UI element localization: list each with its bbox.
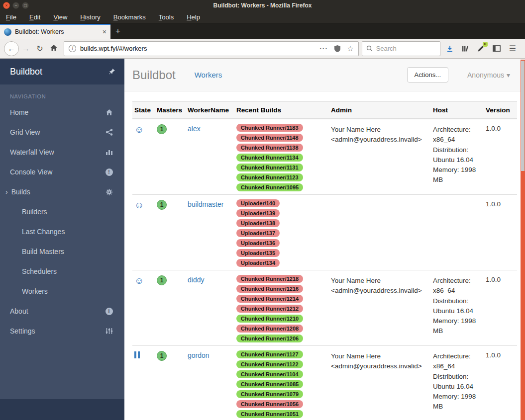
build-badge[interactable]: Chunked Runner/1085 [236,380,303,388]
smiley-icon: ☺ [134,275,144,286]
build-badge[interactable]: Chunked Runner/1148 [236,134,303,142]
worker-row: ☺1buildmasterUploader/140Uploader/139Upl… [132,195,517,270]
reload-button[interactable]: ↻ [33,44,47,53]
menu-bookmarks[interactable]: Bookmarks [113,13,146,21]
state-cell: ☺ [132,274,155,285]
sidebar-item-builders[interactable]: Builders [0,202,124,222]
build-badge[interactable]: Uploader/138 [236,219,280,227]
back-button[interactable]: ← [4,41,19,56]
build-badge[interactable]: Chunked Runner/1079 [236,390,303,398]
build-badge[interactable]: Chunked Runner/1127 [236,350,303,358]
user-menu[interactable]: Anonymous ▾ [467,71,510,79]
build-badge[interactable]: Chunked Runner/1056 [236,400,303,408]
build-badge[interactable]: Chunked Runner/1123 [236,173,303,181]
extension-button[interactable]: 0 [477,45,484,52]
column-header-workername: WorkerName [186,102,234,118]
build-badge[interactable]: Chunked Runner/1214 [236,295,303,303]
sliders-icon [105,328,113,335]
worker-name-link[interactable]: diddy [188,276,204,284]
breadcrumb-workers-link[interactable]: Workers [195,71,222,79]
page-info-icon[interactable]: i [69,45,76,52]
search-bar[interactable]: Search [362,41,440,56]
build-badge[interactable]: Uploader/140 [236,199,280,207]
sidebar-brand: Buildbot [10,67,108,77]
build-badge[interactable]: Uploader/135 [236,249,280,257]
menu-button[interactable]: ☰ [509,44,516,53]
build-badge[interactable]: Chunked Runner/1183 [236,124,303,132]
column-header-state: State [132,102,155,118]
search-placeholder: Search [376,45,397,52]
worker-version: 1.0.0 [484,198,517,208]
build-badge[interactable]: Chunked Runner/1210 [236,315,303,323]
window-close-button[interactable]: × [3,2,10,9]
worker-name-link[interactable]: alex [188,125,201,133]
page-actions-icon[interactable]: ··· [319,45,328,53]
sidebar-item-workers[interactable]: Workers [0,281,124,301]
build-badge[interactable]: Chunked Runner/1216 [236,285,303,293]
scrollbar-thumb[interactable] [521,61,525,171]
worker-name-link[interactable]: buildmaster [188,200,223,208]
build-badge[interactable]: Chunked Runner/1122 [236,360,303,368]
pocket-icon[interactable] [334,45,340,52]
build-badge[interactable]: Chunked Runner/1104 [236,370,303,378]
build-badge[interactable]: Chunked Runner/1051 [236,410,303,418]
build-badge[interactable]: Chunked Runner/1095 [236,183,303,191]
build-badge[interactable]: Chunked Runner/1212 [236,305,303,313]
build-badge[interactable]: Uploader/134 [236,259,280,267]
sidebar-item-settings[interactable]: Settings [0,321,124,341]
build-badge[interactable]: Chunked Runner/1206 [236,335,303,342]
build-badge[interactable]: Chunked Runner/1208 [236,325,303,333]
tab-close-icon[interactable]: × [103,28,106,36]
masters-count-badge: 1 [157,275,167,285]
menu-tools[interactable]: Tools [159,13,174,21]
build-badge[interactable]: Chunked Runner/1134 [236,154,303,162]
sidebar-item-label: Console View [10,168,105,176]
sidebar-toggle-icon [493,45,501,52]
menu-edit[interactable]: Edit [29,13,40,21]
sidebar-item-grid-view[interactable]: Grid View [0,122,124,142]
bookmark-star-icon[interactable]: ☆ [347,44,353,53]
new-tab-button[interactable]: + [110,24,125,39]
menu-view[interactable]: View [53,13,67,21]
page-scrollbar[interactable] [521,60,525,420]
sidebar-item-build-masters[interactable]: Build Masters [0,242,124,261]
download-button[interactable] [446,45,453,52]
window-minimize-button[interactable]: − [12,2,19,9]
url-bar[interactable]: i builds.wpt.fyi/#/workers ··· ☆ [64,41,359,56]
menu-help[interactable]: Help [187,13,200,21]
browser-tab[interactable]: Buildbot: Workers × [0,24,110,39]
url-text[interactable]: builds.wpt.fyi/#/workers [80,45,319,52]
column-header-host: Host [431,102,484,118]
sidebar-item-waterfall-view[interactable]: Waterfall View [0,142,124,162]
sidebar-item-builds[interactable]: ›Builds [0,182,124,202]
tab-title: Buildbot: Workers [15,28,99,35]
sidebar-item-label: Schedulers [22,267,113,275]
sidebar-item-about[interactable]: Abouti [0,301,124,321]
window-maximize-button[interactable]: □ [22,2,29,9]
build-badge[interactable]: Chunked Runner/1138 [236,144,303,152]
sidebar-item-schedulers[interactable]: Schedulers [0,261,124,281]
worker-name-link[interactable]: gordon [188,351,210,359]
sidebar-item-last-changes[interactable]: Last Changes [0,222,124,242]
pin-icon[interactable] [108,68,115,75]
actions-button[interactable]: Actions... [407,67,448,83]
build-badge[interactable]: Uploader/136 [236,239,280,247]
forward-button[interactable]: → [19,44,33,53]
sidebar-section-label: NAVIGATION [0,84,124,102]
sidebar-item-home[interactable]: Home [0,102,124,122]
sidebar-footer [0,399,124,420]
library-button[interactable] [462,45,469,52]
build-badge[interactable]: Uploader/139 [236,209,280,217]
build-badge[interactable]: Uploader/137 [236,229,280,237]
home-button[interactable] [47,44,61,53]
sidebar-item-label: About [10,307,105,315]
sidebar-item-console-view[interactable]: Console View! [0,162,124,182]
build-badge[interactable]: Chunked Runner/1218 [236,275,303,283]
menu-file[interactable]: File [6,13,16,21]
sidebar-toggle-button[interactable] [493,45,501,52]
menu-history[interactable]: History [80,13,100,21]
admin-info: Your Name Here<admin@youraddress.invalid… [329,274,431,296]
library-icon [462,45,469,52]
sidebar-item-label: Builds [11,188,105,196]
build-badge[interactable]: Chunked Runner/1131 [236,164,303,171]
